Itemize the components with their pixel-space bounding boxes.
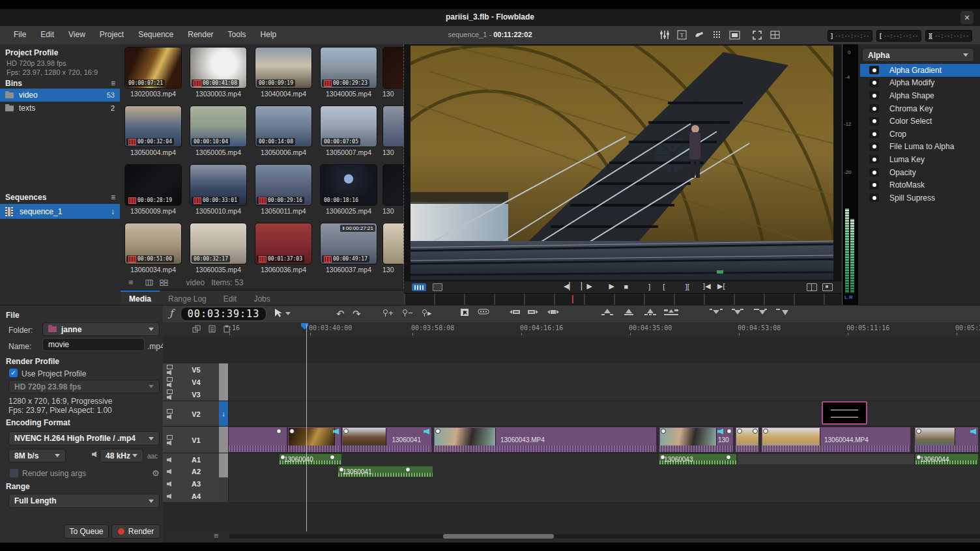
insert-icon[interactable] <box>731 308 744 316</box>
media-relinker-icon[interactable] <box>711 29 723 40</box>
next-frame-icon[interactable]: ▏▶ <box>581 282 592 290</box>
bin-row[interactable]: texts 2 <box>0 102 120 115</box>
render-button[interactable]: Render <box>111 524 160 539</box>
mark-in-icon[interactable]: [ <box>660 283 668 290</box>
fullscreen-icon[interactable] <box>751 29 763 40</box>
media-item[interactable]: ‖ 00:00:32:17 13060035.mp4 <box>190 223 247 274</box>
media-item[interactable]: 130 <box>382 164 404 216</box>
menu-item[interactable]: Render <box>180 26 220 44</box>
media-item[interactable]: ‖ 00:01:37:03 13060036.mp4 <box>255 223 312 274</box>
timeline-scrollbar[interactable] <box>229 534 980 539</box>
filter-add-button[interactable] <box>869 143 879 151</box>
list-view-icon[interactable] <box>145 279 153 286</box>
overwrite-range-icon[interactable] <box>709 308 723 316</box>
bitrate-select[interactable]: 8M b/s <box>8 449 66 462</box>
media-item[interactable]: ‖ 00:00:14:08 13050006.mp4 <box>255 106 312 157</box>
range-select[interactable]: Full Length <box>8 494 160 508</box>
filter-add-button[interactable] <box>869 168 879 177</box>
stop-icon[interactable]: ■ <box>622 283 630 290</box>
media-item[interactable]: ‖ 00:00:09:19 13040004.mp4 <box>255 47 312 98</box>
filter-add-button[interactable] <box>869 130 879 138</box>
to-queue-button[interactable]: To Queue <box>64 524 109 539</box>
goto-marker-icon[interactable]: ▸ <box>422 308 432 318</box>
filter-add-button[interactable] <box>869 91 879 100</box>
undo-icon[interactable]: ↶ <box>336 308 345 320</box>
media-item[interactable]: ‖ 00:00:29:16 13050011.mp4 <box>255 164 312 216</box>
filter-group-select[interactable]: Alpha <box>862 48 974 62</box>
track-strip[interactable] <box>219 363 229 376</box>
mark-out-icon[interactable]: ] <box>646 283 654 290</box>
media-item[interactable]: ‖ 00:00:29:23 13040005.mp4 <box>320 47 377 98</box>
timeline-ruler[interactable]: :1600:03:40:0000:03:58:0800:04:16:1600:0… <box>163 322 980 338</box>
sync-icon[interactable] <box>192 325 201 333</box>
encoding-format-select[interactable]: NVENC H.264 High Profile / .mp4 <box>8 431 160 445</box>
sequences-menu-icon[interactable]: ≡ <box>111 193 115 202</box>
filter-add-button[interactable] <box>869 155 879 163</box>
ripple-delete-icon[interactable] <box>663 308 679 316</box>
panel-tab[interactable]: Media <box>121 290 160 305</box>
media-item[interactable]: ‖ 00:00:18:16 13060025.mp4 <box>320 164 377 216</box>
timeline-clip[interactable] <box>735 427 760 453</box>
menu-item[interactable]: Tools <box>221 26 253 44</box>
media-item[interactable]: ‖ 00:00:28:19 13050009.mp4 <box>124 164 182 216</box>
append-icon[interactable] <box>775 308 790 316</box>
clear-marks-icon[interactable]: ][ <box>684 283 691 290</box>
timeline-clip[interactable] <box>287 427 341 453</box>
panel-tab[interactable]: Range Log <box>160 290 215 305</box>
timeline-clip[interactable] <box>228 427 287 453</box>
timeline-timecode[interactable]: 00:03:39:13 <box>180 307 267 321</box>
menu-item[interactable]: View <box>61 26 93 44</box>
filter-row[interactable]: Alpha Gradient <box>860 64 980 77</box>
media-item[interactable]: ‖ 00:00:10:04 13050005.mp4 <box>190 106 247 157</box>
audio-clip[interactable]: 13060044 <box>915 453 979 465</box>
timeline-clip[interactable] <box>914 427 979 453</box>
sequence-split-icon[interactable] <box>478 308 489 315</box>
window-layout-icon[interactable] <box>769 29 781 40</box>
sequence-row[interactable]: sequence_1 ↓ <box>0 204 120 219</box>
filter-add-button[interactable] <box>869 117 879 126</box>
track-head-a2[interactable]: A2 <box>163 465 220 477</box>
filter-add-button[interactable] <box>869 66 879 74</box>
menu-item[interactable]: Help <box>253 26 284 44</box>
media-item[interactable]: 130 <box>382 223 404 274</box>
track-strip[interactable] <box>219 427 229 453</box>
track-strip[interactable] <box>219 388 229 401</box>
add-marker-icon[interactable]: + <box>383 308 394 318</box>
menu-item[interactable]: Sequence <box>131 26 180 44</box>
menu-item[interactable]: File <box>7 26 33 44</box>
track-head-a4[interactable]: A4 <box>163 490 220 502</box>
extract-icon[interactable] <box>623 308 635 316</box>
samplerate-select[interactable]: 48 kHz <box>100 449 143 462</box>
lift-icon[interactable] <box>601 308 614 316</box>
media-item[interactable]: ‖00:00:27:21 00:00:49:17 13060037.mp4 <box>320 223 377 274</box>
menu-item[interactable]: Edit <box>33 26 61 44</box>
track-head-v3[interactable]: V3 <box>163 388 220 401</box>
filter-row[interactable]: Alpha Shape <box>860 89 980 102</box>
media-item[interactable]: ‖ 00:00:33:01 13050010.mp4 <box>190 164 247 216</box>
track-strip[interactable] <box>219 490 229 502</box>
scrollbar-thumb[interactable] <box>443 534 554 539</box>
splice-out-icon[interactable] <box>644 308 657 316</box>
track-strip[interactable] <box>219 376 229 388</box>
trim-end-icon[interactable] <box>526 308 540 316</box>
menu-item[interactable]: Project <box>93 26 131 44</box>
blank-clip[interactable] <box>737 453 915 465</box>
timeline-display-toggle[interactable] <box>412 283 426 291</box>
filter-add-button[interactable] <box>869 79 879 87</box>
audio-clip[interactable]: 13060040 <box>279 453 342 465</box>
audio-clip[interactable]: 13060043 <box>659 453 737 465</box>
bins-menu-icon[interactable]: ≡ <box>111 79 115 88</box>
filter-row[interactable]: Crop <box>860 128 980 141</box>
track-head-v4[interactable]: V4 <box>163 376 220 388</box>
track-strip[interactable] <box>219 453 229 466</box>
titler-icon[interactable]: T <box>676 29 687 40</box>
track-head-v2[interactable]: V2 <box>163 401 220 427</box>
filter-row[interactable]: Chroma Key <box>860 102 980 115</box>
bin-menu-icon[interactable]: ≡ <box>128 277 134 287</box>
close-icon[interactable]: ✕ <box>960 11 973 24</box>
track-head-a1[interactable]: A1 <box>163 453 220 466</box>
filters-icon[interactable] <box>658 29 670 40</box>
media-item[interactable]: ‖ 00:00:51:00 13060034.mp4 <box>124 223 182 274</box>
monitor-scrub-bar[interactable] <box>404 293 842 305</box>
render-profile-select[interactable]: HD 720p 23.98 fps <box>8 380 160 393</box>
